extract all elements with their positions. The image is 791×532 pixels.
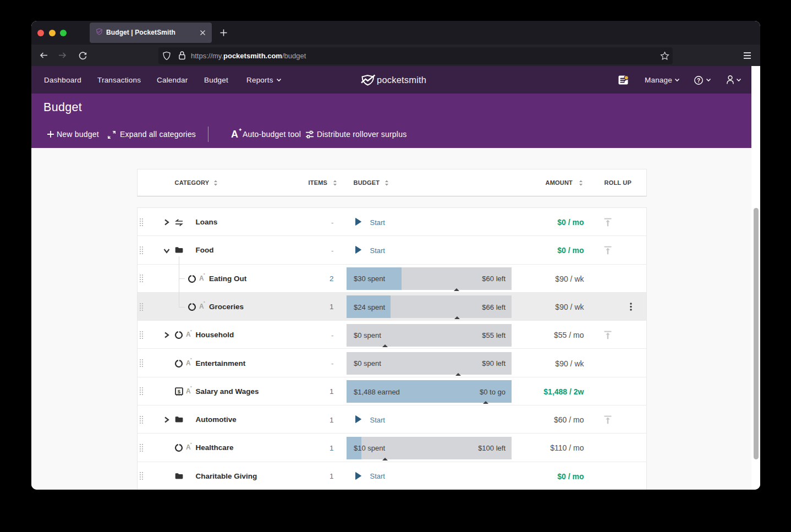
svg-text:$: $ <box>177 388 180 394</box>
svg-text:?: ? <box>697 77 700 83</box>
